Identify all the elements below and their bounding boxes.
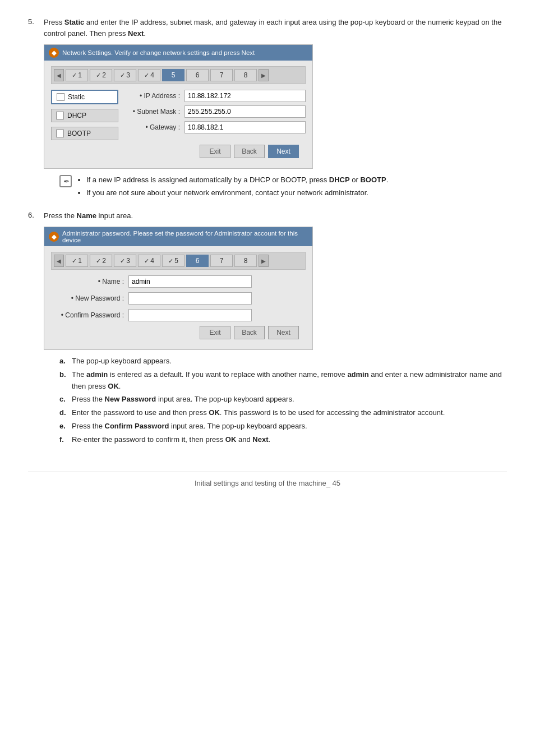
confirm-password-input[interactable]: [128, 309, 252, 321]
dialog2-title: Administrator password. Please set the p…: [62, 230, 308, 243]
sub-text-c: Press the New Password input area. The p…: [72, 394, 294, 405]
step-6-text: Press the Name input area.: [44, 210, 507, 222]
dialog1-tabbar: ◀ ✓1 ✓2 ✓3 ✓4 5 6 7 8 ▶: [51, 66, 306, 84]
footer-text: Initial settings and testing of the mach…: [195, 479, 340, 487]
tab-5[interactable]: 5: [162, 69, 185, 81]
radio-dhcp-label: DHCP: [67, 112, 86, 119]
note-icon-symbol: ✒: [63, 177, 69, 186]
new-password-row: New Password :: [57, 292, 300, 305]
page-footer: Initial settings and testing of the mach…: [28, 472, 507, 487]
dialog1-next-button[interactable]: Next: [268, 145, 299, 158]
step-6-content: Press the Name input area. ◆ Administrat…: [44, 210, 507, 449]
network-fields: IP Address : Subnet Mask : Gateway :: [124, 90, 306, 140]
ip-address-row: IP Address :: [124, 90, 306, 102]
tab-arrow-left[interactable]: ◀: [54, 69, 64, 81]
dialog2-next-button[interactable]: Next: [268, 326, 299, 339]
sub-letter-d: d.: [59, 407, 68, 419]
dialog2-header: ◆ Administrator password. Please set the…: [44, 227, 312, 246]
note-block-1: ✒ If a new IP address is assigned automa…: [59, 174, 507, 200]
tab-7[interactable]: 7: [210, 69, 233, 81]
step-5-content: Press Static and enter the IP address, s…: [44, 17, 507, 205]
tab2-3[interactable]: ✓3: [114, 255, 136, 267]
sub-letter-f: f.: [59, 434, 68, 446]
tab2-7[interactable]: 7: [210, 255, 233, 267]
ip-label: IP Address :: [124, 92, 180, 100]
name-label: Name :: [57, 278, 124, 285]
sub-letter-c: c.: [59, 394, 68, 405]
tab2-8[interactable]: 8: [234, 255, 257, 267]
confirm-password-label: Confirm Password :: [57, 311, 124, 319]
radio-static-label: Static: [68, 93, 85, 101]
step-5-text: Press Static and enter the IP address, s…: [44, 17, 507, 39]
tab-8[interactable]: 8: [234, 69, 257, 81]
sub-item-c: c. Press the New Password input area. Th…: [59, 394, 507, 405]
gateway-input[interactable]: [185, 121, 306, 133]
tab2-4[interactable]: ✓4: [138, 255, 160, 267]
radio-static[interactable]: Static: [51, 90, 118, 104]
tab2-1[interactable]: ✓1: [66, 255, 88, 267]
tab-3[interactable]: ✓3: [114, 69, 136, 81]
step-6-row: 6. Press the Name input area. ◆ Administ…: [28, 210, 507, 449]
network-radio-group: Static DHCP BOOTP: [51, 90, 124, 140]
new-password-input[interactable]: [128, 292, 252, 305]
sub-item-e: e. Press the Confirm Password input area…: [59, 421, 507, 432]
sub-text-e: Press the Confirm Password input area. T…: [72, 421, 307, 432]
tab2-2[interactable]: ✓2: [90, 255, 112, 267]
dialog1-header: ◆ Network Settings. Verify or change net…: [44, 45, 312, 61]
subnet-input[interactable]: [185, 105, 306, 118]
sub-text-d: Enter the password to use and then press…: [72, 407, 445, 419]
radio-dhcp[interactable]: DHCP: [51, 109, 118, 122]
sub-item-b: b. The admin is entered as a default. If…: [59, 369, 507, 393]
dialog2-exit-button[interactable]: Exit: [200, 326, 230, 339]
confirm-password-row: Confirm Password :: [57, 309, 300, 321]
admin-password-dialog: ◆ Administrator password. Please set the…: [44, 227, 313, 350]
dialog1-back-button[interactable]: Back: [234, 145, 265, 158]
sub-text-f: Re-enter the password to confirm it, the…: [72, 434, 270, 446]
tab2-5[interactable]: ✓5: [162, 255, 185, 267]
tab-6[interactable]: 6: [186, 69, 209, 81]
subnet-row: Subnet Mask :: [124, 105, 306, 118]
subnet-label: Subnet Mask :: [124, 108, 180, 116]
dialog2-footer: Exit Back Next: [51, 321, 306, 344]
sub-item-f: f. Re-enter the password to confirm it, …: [59, 434, 507, 446]
dialog1-exit-button[interactable]: Exit: [200, 145, 230, 158]
gateway-row: Gateway :: [124, 121, 306, 133]
radio-bootp-box: [56, 130, 64, 137]
sub-letter-b: b.: [59, 369, 68, 393]
network-settings-dialog: ◆ Network Settings. Verify or change net…: [44, 44, 313, 169]
step-5-number: 5.: [28, 17, 44, 26]
dialog2-back-button[interactable]: Back: [234, 326, 265, 339]
dialog1-icon: ◆: [49, 48, 59, 58]
tab2-arrow-left[interactable]: ◀: [54, 255, 64, 267]
tab-arrow-right[interactable]: ▶: [259, 69, 269, 81]
radio-bootp[interactable]: BOOTP: [51, 127, 118, 140]
step-6-number: 6.: [28, 210, 44, 219]
tab2-6[interactable]: 6: [186, 255, 209, 267]
dialog1-title: Network Settings. Verify or change netwo…: [62, 49, 255, 56]
dialog2-icon: ◆: [49, 232, 59, 242]
dialog1-footer: Exit Back Next: [51, 140, 306, 163]
sub-item-d: d. Enter the password to use and then pr…: [59, 407, 507, 419]
sub-text-b: The admin is entered as a default. If yo…: [72, 369, 507, 393]
tab-1[interactable]: ✓1: [66, 69, 88, 81]
step-5-row: 5. Press Static and enter the IP address…: [28, 17, 507, 205]
note-line-1: If a new IP address is assigned automati…: [86, 174, 388, 186]
tab2-arrow-right[interactable]: ▶: [259, 255, 269, 267]
sub-text-a: The pop-up keyboard appears.: [72, 356, 172, 367]
gateway-label: Gateway :: [124, 123, 180, 131]
new-password-label: New Password :: [57, 294, 124, 302]
name-row: Name :: [57, 275, 300, 288]
sub-list: a. The pop-up keyboard appears. b. The a…: [59, 356, 507, 446]
tab-2[interactable]: ✓2: [90, 69, 112, 81]
note-lines-1: If a new IP address is assigned automati…: [76, 174, 388, 200]
tab-4[interactable]: ✓4: [138, 69, 160, 81]
sub-letter-a: a.: [59, 356, 68, 367]
note-line-2: If you are not sure about your network e…: [86, 187, 388, 199]
sub-item-a: a. The pop-up keyboard appears.: [59, 356, 507, 367]
sub-letter-e: e.: [59, 421, 68, 432]
radio-static-box: [57, 93, 64, 101]
radio-bootp-label: BOOTP: [67, 130, 91, 137]
name-input[interactable]: [128, 275, 252, 288]
note-icon: ✒: [59, 175, 72, 187]
ip-input[interactable]: [185, 90, 306, 102]
